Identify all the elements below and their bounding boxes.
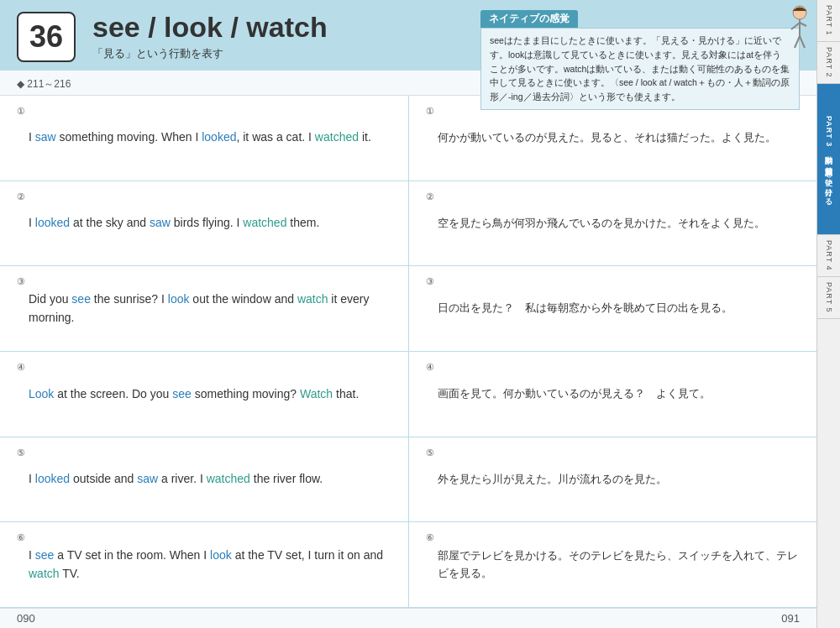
sentence-left-4: ④Look at the screen. Do you see somethin…: [0, 352, 409, 437]
sentence-jp-5: 外を見たら川が見えた。川が流れるのを見た。: [438, 471, 667, 489]
sentence-jp-3: 日の出を見た？ 私は毎朝窓から外を眺めて日の出を見る。: [438, 300, 732, 317]
right-sidebar: PART 1PART 2PART 3 動詞や前置詞を使い分けるPART 4PAR…: [816, 0, 840, 628]
sentence-right-5: ⑤ 外を見たら川が見えた。川が流れるのを見た。: [409, 437, 817, 522]
lesson-number: 36: [17, 12, 76, 62]
page-left: 090: [17, 612, 35, 625]
sentence-left-6: ⑥I see a TV set in the room. When I look…: [0, 522, 409, 607]
sidebar-tab-4[interactable]: PART 4: [817, 235, 841, 277]
sentence-right-6: ⑥ 部屋でテレビを見かける。そのテレビを見たら、スイッチを入れて、テレビを見る。: [409, 522, 817, 607]
sentence-jp-1: 何かが動いているのが見えた。見ると、それは猫だった。よく見た。: [438, 129, 776, 147]
sentence-jp-2: 空を見たら鳥が何羽か飛んでいるのを見かけた。それをよく見た。: [438, 215, 765, 233]
sentence-right-4: ④ 画面を見て。何か動いているのが見える？ よく見て。: [409, 352, 817, 437]
sentence-num-2: ②: [17, 191, 25, 202]
lesson-subtitle: 「見る」という行動を表す: [92, 46, 328, 61]
svg-line-5: [800, 36, 805, 48]
sentence-left-3: ③Did you see the sunrise? I look out the…: [0, 266, 409, 351]
sentence-row: ⑤I looked outside and saw a river. I wat…: [0, 437, 816, 523]
sentence-en-3: Did you see the sunrise? I look out the …: [29, 290, 391, 327]
svg-line-2: [791, 23, 800, 29]
sentence-en-5: I looked outside and saw a river. I watc…: [29, 470, 323, 489]
sentence-num-jp-6: ⑥: [426, 532, 434, 543]
sentence-left-2: ②I looked at the sky and saw birds flyin…: [0, 181, 409, 266]
native-feel-box: ネイティブの感覚 seeはたまま目にしたときに使います。「見える・見かける」に近…: [480, 10, 800, 110]
lesson-title: see / look / watch: [92, 12, 328, 43]
sidebar-tab-label-2: PART 2: [825, 47, 833, 78]
sidebar-tab-2[interactable]: PART 2: [817, 42, 841, 84]
sentence-left-5: ⑤I looked outside and saw a river. I wat…: [0, 437, 409, 522]
lesson-title-area: see / look / watch 「見る」という行動を表す: [92, 12, 328, 61]
sentence-num-4: ④: [17, 362, 25, 373]
audio-text: ◆ 211～216: [17, 78, 71, 90]
footer: 090 091: [0, 608, 816, 628]
sentence-en-1: I saw something moving. When I looked, i…: [29, 128, 371, 147]
sentence-num-jp-2: ②: [426, 191, 434, 202]
sidebar-tab-label-5: PART 5: [825, 282, 833, 313]
sentence-en-2: I looked at the sky and saw birds flying…: [29, 214, 319, 233]
sentence-num-jp-1: ①: [426, 106, 434, 117]
sentence-row: ③Did you see the sunrise? I look out the…: [0, 266, 816, 352]
svg-line-4: [795, 36, 800, 48]
sidebar-tab-1[interactable]: PART 1: [817, 0, 841, 42]
sentence-row: ⑥I see a TV set in the room. When I look…: [0, 522, 816, 608]
sentence-num-1: ①: [17, 106, 25, 117]
sentence-right-2: ② 空を見たら鳥が何羽か飛んでいるのを見かけた。それをよく見た。: [409, 181, 817, 266]
sidebar-tab-5[interactable]: PART 5: [817, 277, 841, 319]
sentence-num-jp-4: ④: [426, 362, 434, 373]
character-illustration: [768, 4, 808, 53]
page-right: 091: [781, 612, 800, 625]
sentence-jp-4: 画面を見て。何か動いているのが見える？ よく見て。: [438, 385, 711, 403]
sidebar-tab-label-1: PART 1: [825, 5, 833, 36]
sidebar-tab-3[interactable]: PART 3 動詞や前置詞を使い分ける: [817, 84, 841, 235]
sentence-row: ②I looked at the sky and saw birds flyin…: [0, 181, 816, 267]
svg-line-3: [800, 23, 806, 26]
native-feel-text: seeはたまま目にしたときに使います。「見える・見かける」に近いです。lookは…: [480, 28, 800, 110]
sentence-en-6: I see a TV set in the room. When I look …: [29, 547, 391, 583]
sidebar-tab-label-3: PART 3 動詞や前置詞を使い分ける: [823, 116, 834, 202]
sentence-num-3: ③: [17, 276, 25, 287]
native-feel-label: ネイティブの感覚: [480, 10, 578, 28]
main-content: 36 see / look / watch 「見る」という行動を表す ネイティブ…: [0, 0, 816, 628]
sentence-right-3: ③ 日の出を見た？ 私は毎朝窓から外を眺めて日の出を見る。: [409, 266, 817, 351]
sentence-en-4: Look at the screen. Do you see something…: [29, 385, 359, 404]
sidebar-tab-label-4: PART 4: [825, 240, 833, 271]
sentence-num-5: ⑤: [17, 447, 25, 458]
sentence-num-jp-3: ③: [426, 276, 434, 287]
header: 36 see / look / watch 「見る」という行動を表す ネイティブ…: [0, 0, 816, 71]
sentence-num-jp-5: ⑤: [426, 447, 434, 458]
sentence-num-6: ⑥: [17, 532, 25, 543]
sentence-jp-6: 部屋でテレビを見かける。そのテレビを見たら、スイッチを入れて、テレビを見る。: [438, 547, 801, 583]
sentence-row: ④Look at the screen. Do you see somethin…: [0, 352, 816, 437]
sentences-area: ①I saw something moving. When I looked, …: [0, 96, 816, 608]
sentence-left-1: ①I saw something moving. When I looked, …: [0, 96, 409, 181]
